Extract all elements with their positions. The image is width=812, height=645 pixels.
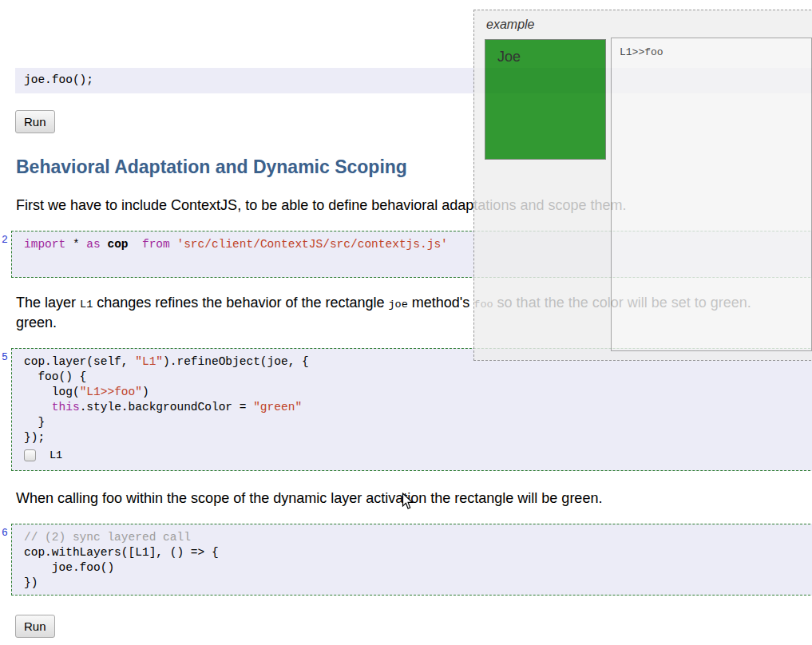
- mouse-cursor-icon: [402, 493, 414, 513]
- log-entry: L1>>foo: [612, 38, 811, 58]
- inline-code-joe: joe: [389, 299, 408, 311]
- line-number: 2: [2, 232, 11, 247]
- code-line: this.style.backgroundColor = "green": [24, 400, 812, 415]
- code-line: foo() {: [24, 370, 812, 385]
- layer-checkbox-label: L1: [50, 448, 62, 463]
- run-button-1[interactable]: Run: [15, 110, 55, 133]
- code-line: }): [24, 576, 812, 591]
- example-window-title: example: [486, 18, 534, 32]
- page: { "colors": { "heading": "#3b618c", "cod…: [0, 0, 812, 645]
- code-cell-5[interactable]: 5 cop.layer(self, "L1").refineObject(joe…: [11, 348, 812, 471]
- code-line: log("L1>>foo"): [24, 385, 812, 400]
- code-cell-6[interactable]: 6 // (2) sync layered call cop.withLayer…: [11, 524, 812, 596]
- code-line: });: [24, 430, 812, 445]
- example-window[interactable]: example Joe L1>>foo: [473, 10, 812, 361]
- paragraph-when-calling-foo: When calling foo within the scope of the…: [16, 489, 812, 507]
- layer-checkbox[interactable]: [24, 449, 36, 461]
- joe-rectangle-label: Joe: [497, 49, 521, 65]
- code-line: // (2) sync layered call: [24, 530, 812, 545]
- run-button-2[interactable]: Run: [15, 615, 55, 638]
- line-number: 6: [2, 525, 11, 540]
- joe-rectangle[interactable]: Joe: [485, 39, 606, 160]
- code-line: }: [24, 415, 812, 430]
- code-line: joe.foo(): [24, 560, 812, 576]
- line-number: 5: [2, 350, 11, 365]
- code-line: cop.withLayers([L1], () => {: [24, 545, 812, 560]
- inline-code-l1: L1: [80, 299, 93, 311]
- log-pane: L1>>foo: [611, 38, 812, 351]
- layer-toggle-row: L1: [24, 447, 812, 464]
